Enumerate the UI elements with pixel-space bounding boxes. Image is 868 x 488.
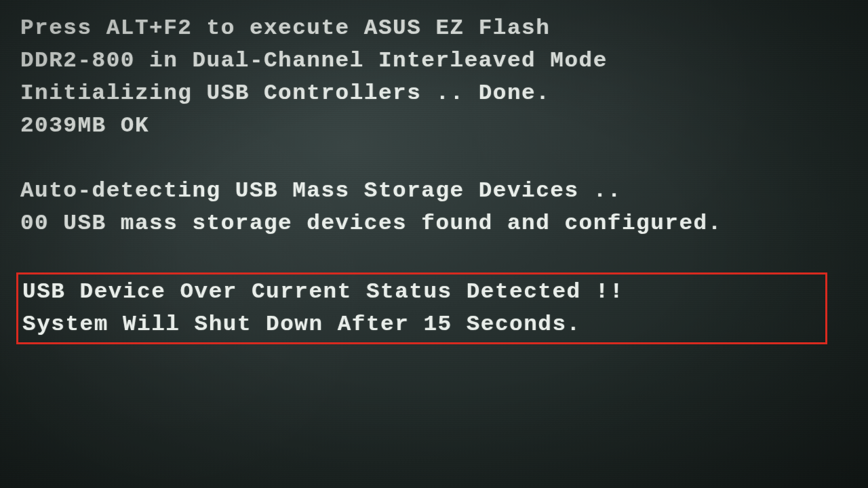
bios-line-hotkey: Press ALT+F2 to execute ASUS EZ Flash (20, 12, 864, 45)
error-highlight-box: USB Device Over Current Status Detected … (16, 272, 827, 344)
bios-error-overcurrent: USB Device Over Current Status Detected … (18, 276, 839, 308)
bios-line-memory-size: 2039MB OK (20, 110, 864, 142)
bios-line-usb-init: Initializing USB Controllers .. Done. (20, 77, 864, 110)
bios-line-usb-detect: Auto-detecting USB Mass Storage Devices … (20, 175, 864, 207)
bios-line-memory-mode: DDR2-800 in Dual-Channel Interleaved Mod… (20, 45, 864, 77)
bios-error-shutdown: System Will Shut Down After 15 Seconds. (18, 308, 839, 341)
bios-line-usb-count: 00 USB mass storage devices found and co… (20, 207, 864, 240)
